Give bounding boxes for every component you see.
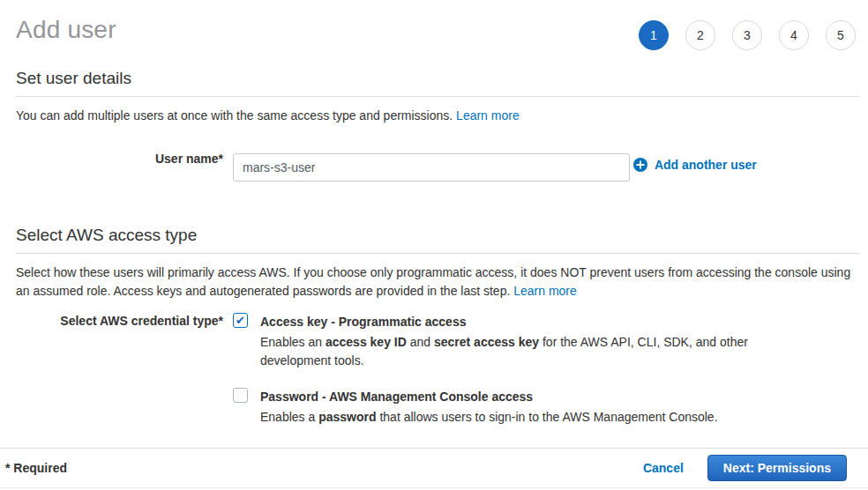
access-key-desc-bold: access key ID <box>326 335 407 349</box>
checkmark-icon: ✔ <box>236 315 245 326</box>
access-key-option: ✔ Access key - Programmatic access Enabl… <box>233 313 859 370</box>
access-key-checkbox[interactable]: ✔ <box>233 313 248 328</box>
wizard-step-5: 5 <box>826 20 856 50</box>
next-permissions-button[interactable]: Next: Permissions <box>707 455 847 481</box>
add-user-page: Add user 1 2 3 4 5 Set user details You … <box>0 0 868 490</box>
plus-circle-icon <box>633 158 647 172</box>
section-heading-access-type: Select AWS access type <box>16 226 859 254</box>
wizard-step-indicator: 1 2 3 4 5 <box>639 20 856 50</box>
user-details-intro: You can add multiple users at once with … <box>16 107 859 125</box>
password-title: Password - AWS Management Console access <box>260 388 718 406</box>
page-header: Add user 1 2 3 4 5 <box>0 0 868 50</box>
password-option: Password - AWS Management Console access… <box>233 388 859 427</box>
password-desc-part: that allows users to sign-in to the AWS … <box>377 410 718 424</box>
wizard-step-3: 3 <box>732 20 762 50</box>
password-desc-part: Enables a <box>260 410 318 424</box>
access-key-desc-part: Enables an <box>260 335 326 349</box>
page-title: Add user <box>16 16 116 44</box>
learn-more-link-user-details[interactable]: Learn more <box>456 108 520 122</box>
username-label: User name* <box>16 145 223 166</box>
username-row: User name* Add another user <box>16 145 859 182</box>
cancel-button[interactable]: Cancel <box>643 461 684 475</box>
username-input[interactable] <box>233 153 630 182</box>
wizard-step-2: 2 <box>685 20 715 50</box>
user-details-intro-text: You can add multiple users at once with … <box>16 108 456 122</box>
required-note: * Required <box>5 461 67 475</box>
access-type-intro-text: Select how these users will primarily ac… <box>16 265 850 298</box>
password-description: Enables a password that allows users to … <box>260 408 718 427</box>
wizard-footer: * Required Cancel Next: Permissions <box>0 448 868 488</box>
add-another-user-label: Add another user <box>655 158 757 172</box>
access-key-desc-part: and <box>407 335 434 349</box>
learn-more-link-access-type[interactable]: Learn more <box>513 284 577 298</box>
access-type-intro: Select how these users will primarily ac… <box>16 264 859 301</box>
credential-type-label: Select AWS credential type* <box>16 313 223 328</box>
wizard-step-1: 1 <box>639 20 669 50</box>
section-heading-user-details: Set user details <box>16 69 859 97</box>
access-key-description: Enables an access key ID and secret acce… <box>260 333 754 370</box>
wizard-step-4: 4 <box>779 20 809 50</box>
credential-type-row: Select AWS credential type* ✔ Access key… <box>16 313 859 427</box>
password-checkbox[interactable] <box>233 388 248 403</box>
access-key-desc-bold: secret access key <box>434 335 539 349</box>
password-desc-bold: password <box>318 410 376 424</box>
add-another-user-button[interactable]: Add another user <box>633 158 757 172</box>
access-key-title: Access key - Programmatic access <box>260 313 754 331</box>
